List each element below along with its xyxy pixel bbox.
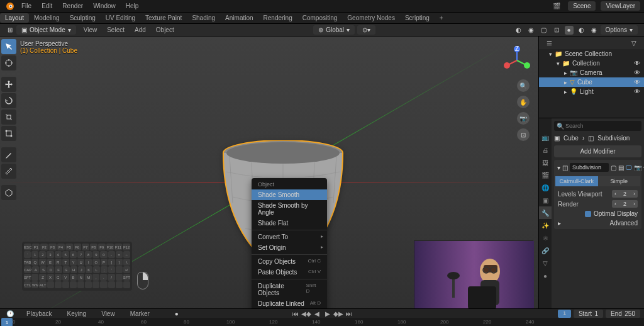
nav-gizmo[interactable]: Z (502, 45, 532, 76)
playhead[interactable]: 1 (1, 318, 13, 326)
overlay-toggle[interactable]: ◉ (527, 26, 536, 35)
tab-modifiers[interactable]: 🔧 (539, 206, 552, 219)
header-add[interactable]: Add (130, 25, 151, 35)
tool-cursor[interactable] (1, 55, 16, 70)
tab-object[interactable]: ▣ (539, 194, 552, 206)
mode-simple[interactable]: Simple (598, 176, 641, 186)
ws-modeling[interactable]: Modeling (29, 13, 65, 23)
outliner-icon[interactable]: ☰ (545, 38, 553, 47)
tab-mesh[interactable]: ▽ (539, 257, 552, 269)
ctx-duplicate-linked[interactable]: Duplicate LinkedAlt D (252, 298, 327, 309)
menu-file[interactable]: File (16, 1, 36, 11)
eye-icon[interactable]: 👁 (634, 69, 640, 76)
start-frame[interactable]: Start 1 (574, 310, 603, 318)
xray-toggle[interactable]: ▢ (540, 26, 548, 35)
tool-addcube[interactable] (1, 185, 16, 200)
ctx-copy-objects[interactable]: Copy ObjectsCtrl C (252, 256, 327, 267)
add-modifier-button[interactable]: Add Modifier (554, 145, 641, 157)
tab-viewlayer[interactable]: 🖼 (539, 156, 552, 169)
tool-transform[interactable] (1, 126, 16, 141)
ws-sculpting[interactable]: Sculpting (65, 13, 101, 23)
mod-display-realtime[interactable]: 🖵 (626, 164, 632, 171)
ws-shading[interactable]: Shading (187, 13, 220, 23)
gizmo-toggle[interactable]: ◐ (514, 26, 523, 35)
ctx-set-origin[interactable]: Set Origin (252, 242, 327, 253)
tool-select[interactable] (1, 39, 16, 54)
menu-render[interactable]: Render (57, 1, 88, 11)
play-reverse[interactable]: ◀ (313, 310, 321, 317)
tab-render[interactable]: 📺 (539, 131, 552, 143)
shading-wireframe[interactable]: ⊡ (552, 26, 561, 35)
tab-scene[interactable]: 🎬 (539, 169, 552, 181)
tool-move[interactable] (1, 77, 16, 92)
outliner-collection[interactable]: ▾ 📁 Collection👁 (539, 59, 644, 68)
outliner-root[interactable]: ▾ 📁 Scene Collection (539, 49, 644, 59)
filter-icon[interactable]: ▽ (630, 38, 638, 47)
ws-add[interactable]: + (435, 13, 448, 23)
tool-measure[interactable] (1, 164, 16, 179)
scene-name[interactable]: Scene (568, 1, 596, 11)
menu-edit[interactable]: Edit (36, 1, 57, 11)
timeline-ruler[interactable]: 1 020406080100120140160180200220240 (0, 318, 644, 326)
tab-material[interactable]: ● (539, 269, 552, 282)
mod-display-editmode[interactable]: ▤ (618, 164, 624, 171)
tab-physics[interactable]: ⚛ (539, 232, 552, 244)
property-search[interactable] (554, 121, 641, 131)
current-frame[interactable]: 1 (558, 310, 570, 318)
tool-annotate[interactable] (1, 147, 16, 162)
levels-viewport-field[interactable]: 2 (612, 190, 638, 198)
nav-persp[interactable]: ⊡ (517, 128, 530, 141)
ws-rendering[interactable]: Rendering (258, 13, 297, 23)
mod-display-oncage[interactable]: ▢ (611, 164, 616, 171)
eye-icon[interactable]: 👁 (634, 79, 640, 86)
tool-rotate[interactable] (1, 93, 16, 108)
end-frame[interactable]: End 250 (606, 310, 640, 318)
outliner-light[interactable]: ▸ 💡 Light👁 (539, 87, 644, 96)
tl-view[interactable]: View (96, 309, 120, 318)
outliner-cube[interactable]: ▸ ▽ Cube👁 (539, 77, 644, 87)
play-forward[interactable]: ▶ (323, 310, 332, 317)
ws-texpaint[interactable]: Texture Paint (140, 13, 187, 23)
ws-scripting[interactable]: Scripting (400, 13, 435, 23)
jump-end[interactable]: ⏭ (345, 310, 353, 317)
shading-rendered[interactable]: ◉ (590, 26, 599, 35)
tl-playback[interactable]: Playback (21, 309, 57, 318)
nav-camera[interactable]: 📷 (517, 112, 530, 125)
tl-marker[interactable]: Marker (125, 309, 155, 318)
jump-start[interactable]: ⏮ (291, 310, 300, 317)
outliner-camera[interactable]: ▸ 📷 Camera👁 (539, 68, 644, 77)
mode-catmull[interactable]: Catmull-Clark (555, 176, 598, 186)
ctx-paste-objects[interactable]: Paste ObjectsCtrl V (252, 267, 327, 278)
ctx-shade-flat[interactable]: Shade Flat (252, 218, 327, 228)
timeline-icon[interactable]: 🕐 (6, 309, 14, 318)
ctx-shade-smooth-by-angle[interactable]: Shade Smooth by Angle (252, 200, 327, 218)
optimal-display-check[interactable] (585, 211, 591, 217)
snap-toggle[interactable]: ⊙▾ (357, 25, 375, 35)
ctx-convert-to[interactable]: Convert To (252, 232, 327, 242)
mode-dropdown[interactable]: ▣Object Mode▾ (16, 25, 76, 35)
tab-output[interactable]: 🖨 (539, 143, 552, 156)
header-view[interactable]: View (79, 25, 103, 35)
eye-icon[interactable]: 👁 (634, 88, 640, 95)
shading-matprev[interactable]: ◐ (577, 26, 586, 35)
tab-particles[interactable]: ✨ (539, 219, 552, 232)
ws-animation[interactable]: Animation (220, 13, 258, 23)
nav-zoom[interactable]: 🔍 (517, 79, 530, 92)
header-select[interactable]: Select (102, 25, 130, 35)
ws-layout[interactable]: Layout (0, 13, 29, 23)
tab-constraints[interactable]: 🔗 (539, 244, 552, 257)
shading-solid[interactable]: ● (565, 26, 574, 35)
menu-window[interactable]: Window (88, 1, 121, 11)
menu-help[interactable]: Help (121, 1, 144, 11)
header-object[interactable]: Object (151, 25, 179, 35)
tab-world[interactable]: 🌐 (539, 181, 552, 194)
orientation-dropdown[interactable]: ⊕Global▾ (313, 25, 355, 35)
ctx-shade-smooth[interactable]: Shade Smooth (252, 189, 327, 200)
eye-icon[interactable]: 👁 (634, 60, 640, 67)
ws-uv[interactable]: UV Editing (101, 13, 140, 23)
keyframe-next[interactable]: ◆▶ (334, 310, 343, 317)
ctx-duplicate-objects[interactable]: Duplicate ObjectsShift D (252, 281, 327, 298)
viewlayer-name[interactable]: ViewLayer (601, 1, 640, 11)
ws-compositing[interactable]: Compositing (297, 13, 343, 23)
editor-type-icon[interactable]: ⊞ (6, 26, 14, 35)
